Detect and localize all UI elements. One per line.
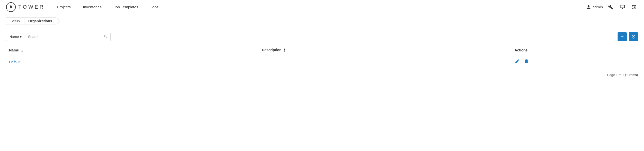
pagination-text: Page 1 of 1 (1 items) bbox=[607, 73, 638, 77]
col-header-name[interactable]: Name ▲ bbox=[6, 45, 259, 55]
logout-icon bbox=[632, 5, 637, 10]
organizations-table: Name ▲ Description ▲▼ Actions Default bbox=[6, 45, 638, 69]
search-button[interactable] bbox=[101, 33, 110, 41]
add-button[interactable]: + bbox=[618, 32, 627, 41]
nav-user: admin bbox=[586, 5, 603, 9]
filter-label: Name bbox=[9, 35, 19, 39]
nav-right: admin bbox=[586, 3, 638, 11]
col-header-actions: Actions bbox=[512, 45, 638, 55]
pagination-bar: Page 1 of 1 (1 items) bbox=[0, 69, 644, 81]
search-container: Name ▾ bbox=[6, 33, 111, 41]
sort-asc-icon: ▲ bbox=[21, 49, 23, 52]
filter-dropdown[interactable]: Name ▾ bbox=[6, 33, 25, 40]
nav-links: Projects Inventories Job Templates Jobs bbox=[57, 5, 586, 9]
logo-area: A TOWER bbox=[6, 2, 45, 12]
nav-link-job-templates[interactable]: Job Templates bbox=[114, 5, 138, 9]
clock-button[interactable] bbox=[629, 32, 638, 41]
wrench-icon bbox=[608, 5, 613, 10]
search-icon bbox=[104, 34, 108, 39]
logout-icon-btn[interactable] bbox=[630, 3, 638, 11]
chevron-down-icon: ▾ bbox=[20, 35, 22, 39]
nav-username: admin bbox=[592, 5, 603, 9]
toolbar-right: + bbox=[618, 32, 638, 41]
nav-link-projects[interactable]: Projects bbox=[57, 5, 71, 9]
logo-icon: A bbox=[6, 2, 16, 12]
row-name-link[interactable]: Default bbox=[9, 60, 20, 64]
row-description-cell bbox=[259, 55, 511, 69]
edit-icon[interactable] bbox=[515, 59, 520, 65]
logo-text: TOWER bbox=[18, 4, 45, 10]
table-body: Default bbox=[6, 55, 638, 69]
table-row: Default bbox=[6, 55, 638, 69]
breadcrumb: Setup Organizations bbox=[0, 14, 644, 28]
nav-link-inventories[interactable]: Inventories bbox=[83, 5, 101, 9]
action-icons bbox=[515, 59, 635, 65]
monitor-icon-btn[interactable] bbox=[619, 3, 626, 11]
monitor-icon bbox=[620, 5, 625, 10]
user-icon bbox=[586, 5, 591, 9]
sort-both-icon: ▲▼ bbox=[283, 48, 285, 52]
delete-icon[interactable] bbox=[524, 59, 529, 65]
col-header-description[interactable]: Description ▲▼ bbox=[259, 45, 511, 55]
table-container: Name ▲ Description ▲▼ Actions Default bbox=[0, 45, 644, 69]
row-actions-cell bbox=[512, 55, 638, 69]
wrench-icon-btn[interactable] bbox=[607, 3, 615, 11]
nav-link-jobs[interactable]: Jobs bbox=[150, 5, 159, 9]
breadcrumb-organizations[interactable]: Organizations bbox=[24, 17, 56, 25]
toolbar: Name ▾ + bbox=[0, 28, 644, 45]
top-nav: A TOWER Projects Inventories Job Templat… bbox=[0, 0, 644, 14]
search-input[interactable] bbox=[25, 33, 101, 40]
table-header: Name ▲ Description ▲▼ Actions bbox=[6, 45, 638, 55]
row-name-cell: Default bbox=[6, 55, 259, 69]
breadcrumb-setup[interactable]: Setup bbox=[6, 17, 24, 25]
clock-icon bbox=[631, 34, 636, 39]
